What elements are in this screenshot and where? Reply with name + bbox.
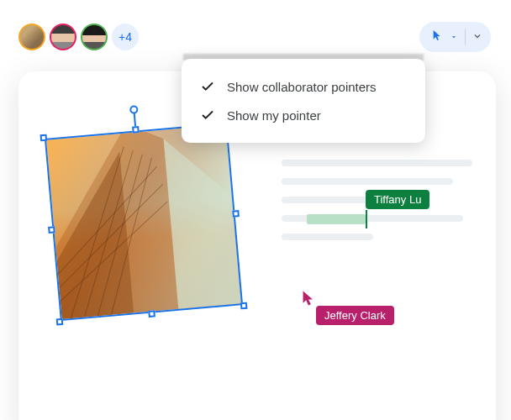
text-content-area: Tiffany Lu xyxy=(282,160,472,252)
menu-item-label: Show collaborator pointers xyxy=(227,80,377,94)
selected-image[interactable] xyxy=(45,123,243,321)
text-line-placeholder xyxy=(282,234,373,240)
resize-handle[interactable] xyxy=(56,318,64,326)
collaborator-avatar[interactable] xyxy=(81,24,108,50)
resize-handle[interactable] xyxy=(48,226,55,234)
collaborator-avatar[interactable] xyxy=(50,24,76,50)
cursor-icon xyxy=(431,29,445,45)
chevron-down-icon xyxy=(450,29,458,45)
collaborator-name-tag: Jeffery Clark xyxy=(316,306,394,325)
resize-handle[interactable] xyxy=(148,310,155,318)
pointer-options-button[interactable] xyxy=(419,22,491,52)
collaborator-avatar[interactable] xyxy=(18,24,45,50)
resize-handle[interactable] xyxy=(232,210,240,218)
text-line-placeholder xyxy=(282,160,472,166)
pointer-options-menu: Show collaborator pointers Show my point… xyxy=(182,59,425,143)
check-icon xyxy=(200,79,215,94)
selection-border xyxy=(45,123,243,321)
resize-handle[interactable] xyxy=(240,302,248,310)
text-line-placeholder xyxy=(282,178,453,185)
menu-item-label: Show my pointer xyxy=(227,108,321,123)
overflow-count-badge[interactable]: +4 xyxy=(112,24,139,50)
separator xyxy=(465,29,466,45)
check-icon xyxy=(200,108,215,123)
chevron-down-icon xyxy=(472,29,482,45)
collaborator-caret xyxy=(366,210,367,228)
collaborator-text-selection xyxy=(307,214,366,224)
menu-item-show-my-pointer[interactable]: Show my pointer xyxy=(182,101,425,129)
menu-item-show-collaborator-pointers[interactable]: Show collaborator pointers xyxy=(182,72,425,101)
collaborator-name-tag: Tiffany Lu xyxy=(366,190,429,209)
resize-handle[interactable] xyxy=(132,126,140,134)
collaborator-pointer xyxy=(301,290,316,310)
resize-handle[interactable] xyxy=(40,134,47,142)
collaborator-avatar-row: +4 xyxy=(18,24,139,50)
